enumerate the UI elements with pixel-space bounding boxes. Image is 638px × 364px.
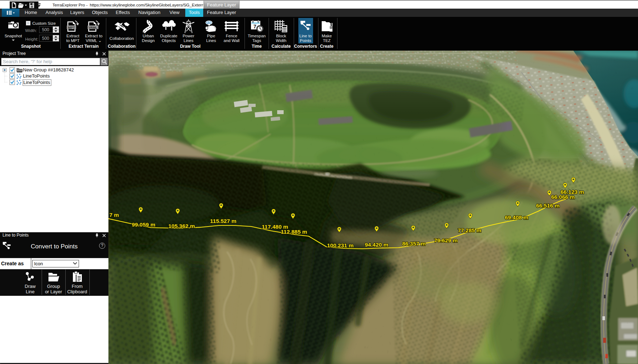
svg-text:100.231 m: 100.231 m <box>327 242 354 248</box>
svg-text:69.408 m: 69.408 m <box>505 214 528 220</box>
svg-text:66.516 m: 66.516 m <box>536 202 560 209</box>
svg-text:7: 7 <box>253 24 256 29</box>
svg-text:99.059 m: 99.059 m <box>132 221 155 228</box>
svg-text:79.629 m: 79.629 m <box>434 237 458 243</box>
svg-text:7 m: 7 m <box>110 212 119 218</box>
svg-text:77.285 m: 77.285 m <box>458 227 481 233</box>
svg-text:VRML: VRML <box>89 26 97 29</box>
svg-text:86.357 m: 86.357 m <box>402 241 426 247</box>
svg-text:94.420 m: 94.420 m <box>365 242 388 248</box>
svg-text:115.527 m: 115.527 m <box>210 218 236 224</box>
svg-text:112.885 m: 112.885 m <box>281 229 307 235</box>
svg-text:MPT: MPT <box>68 26 75 29</box>
svg-text:105.362 m: 105.362 m <box>168 223 195 229</box>
svg-text:66.123 m: 66.123 m <box>560 189 584 195</box>
